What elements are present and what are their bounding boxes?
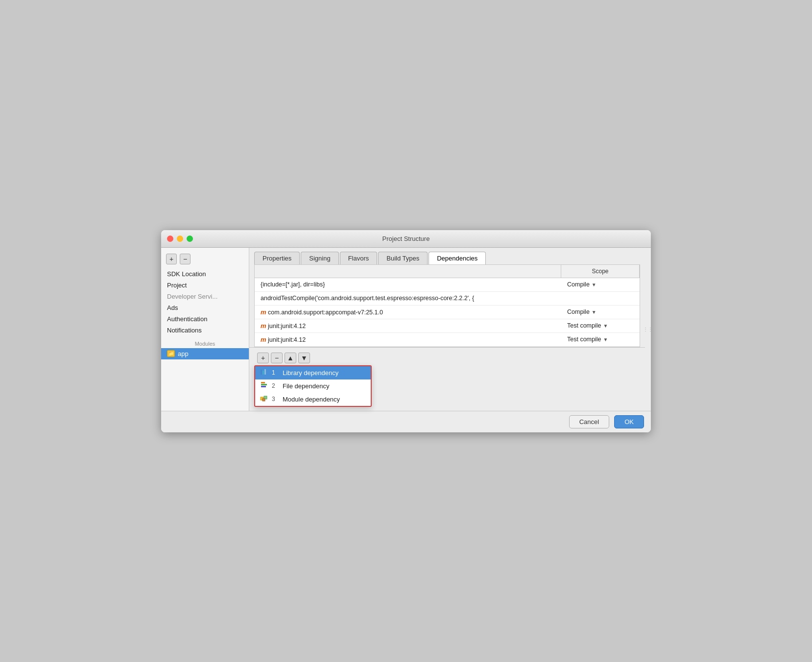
dep-name-5: m junit:junit:4.12 xyxy=(255,333,561,346)
m-icon: m xyxy=(261,336,266,343)
dep-name-4: m junit:junit:4.12 xyxy=(255,320,561,332)
sidebar-add-button[interactable]: + xyxy=(166,254,177,264)
content-area: + − SDK Location Project Developer Servi… xyxy=(161,248,651,411)
resize-handle: ⋮⋮ xyxy=(645,248,651,411)
scope-dropdown-3[interactable]: ▼ xyxy=(592,309,597,315)
sidebar-remove-button[interactable]: − xyxy=(180,254,191,264)
module-icon: 📁 xyxy=(167,350,175,357)
m-icon: m xyxy=(261,322,266,330)
dep-option-1-label: Library dependency xyxy=(283,369,338,377)
sidebar: + − SDK Location Project Developer Servi… xyxy=(161,248,249,411)
title-bar: Project Structure xyxy=(161,230,651,248)
tabs-bar: Properties Signing Flavors Build Types D… xyxy=(249,248,645,264)
bottom-area: + − ▲ ▼ xyxy=(249,347,645,411)
dependencies-table: Scope {include=[*.jar], dir=libs} Compil… xyxy=(254,264,640,347)
sidebar-item-app[interactable]: 📁 app xyxy=(161,348,249,359)
tab-build-types[interactable]: Build Types xyxy=(378,252,428,264)
svg-rect-0 xyxy=(261,370,262,375)
svg-rect-5 xyxy=(261,386,266,387)
window-title: Project Structure xyxy=(382,235,430,242)
table-row[interactable]: m junit:junit:4.12 Test compile ▼ xyxy=(255,333,640,347)
main-panel: Properties Signing Flavors Build Types D… xyxy=(249,248,645,411)
scope-dropdown-4[interactable]: ▼ xyxy=(603,323,608,329)
svg-rect-3 xyxy=(261,382,265,383)
sidebar-item-sdk-location[interactable]: SDK Location xyxy=(161,268,249,280)
dep-scope-3: Compile ▼ xyxy=(561,306,640,318)
svg-rect-1 xyxy=(263,371,264,375)
close-button[interactable] xyxy=(167,236,173,242)
tab-flavors[interactable]: Flavors xyxy=(340,252,378,264)
dep-scope-5: Test compile ▼ xyxy=(561,333,640,345)
table-row[interactable]: androidTestCompile('com.android.support.… xyxy=(255,292,640,306)
scope-dropdown-5[interactable]: ▼ xyxy=(603,337,608,342)
dep-type-icon-file xyxy=(260,382,268,390)
ok-button[interactable]: OK xyxy=(614,415,644,428)
dep-option-1-num: 1 xyxy=(272,369,279,376)
dep-add-button[interactable]: + xyxy=(257,353,269,363)
window-controls xyxy=(167,236,193,242)
minimize-button[interactable] xyxy=(177,236,183,242)
dep-option-3-label: Module dependency xyxy=(283,396,340,403)
project-structure-window: Project Structure + − SDK Location Proje… xyxy=(161,230,651,432)
tab-signing[interactable]: Signing xyxy=(301,252,338,264)
sidebar-item-ads[interactable]: Ads xyxy=(161,302,249,313)
dep-move-up-button[interactable]: ▲ xyxy=(285,353,296,363)
table-row[interactable]: {include=[*.jar], dir=libs} Compile ▼ xyxy=(255,278,640,292)
dep-option-2-num: 2 xyxy=(272,382,279,389)
footer: Cancel OK xyxy=(161,411,651,432)
dep-option-library[interactable]: 1 Library dependency xyxy=(255,366,371,379)
svg-rect-8 xyxy=(263,399,265,401)
dep-scope-1: Compile ▼ xyxy=(561,279,640,290)
dep-move-down-button[interactable]: ▼ xyxy=(298,353,310,363)
dep-scope-2 xyxy=(561,296,640,301)
dep-option-2-label: File dependency xyxy=(283,382,329,390)
dep-type-dropdown: 1 Library dependency xyxy=(254,365,372,407)
dep-remove-button[interactable]: − xyxy=(271,353,283,363)
header-scope: Scope xyxy=(561,265,640,278)
table-row[interactable]: m com.android.support:appcompat-v7:25.1.… xyxy=(255,306,640,319)
dep-option-3-num: 3 xyxy=(272,396,279,402)
dep-scope-4: Test compile ▼ xyxy=(561,320,640,331)
sidebar-item-developer-services[interactable]: Developer Servi... xyxy=(161,291,249,302)
svg-rect-4 xyxy=(261,384,267,385)
header-dependency xyxy=(255,265,561,278)
dep-option-file[interactable]: 2 File dependency xyxy=(255,379,371,393)
m-icon: m xyxy=(261,308,266,316)
modules-section-label: Modules xyxy=(161,336,249,348)
dep-type-icon-library xyxy=(260,369,268,377)
dep-name-2: androidTestCompile('com.android.support.… xyxy=(255,292,561,304)
sidebar-item-authentication[interactable]: Authentication xyxy=(161,313,249,325)
dep-name-3: m com.android.support:appcompat-v7:25.1.… xyxy=(255,306,561,318)
table-body: {include=[*.jar], dir=libs} Compile ▼ an… xyxy=(255,278,640,347)
dep-toolbar: + − ▲ ▼ xyxy=(254,351,313,365)
bottom-toolbar-wrapper: + − ▲ ▼ xyxy=(254,351,313,365)
dep-option-module[interactable]: 3 Module dependency xyxy=(255,393,371,406)
sidebar-item-notifications[interactable]: Notifications xyxy=(161,325,249,336)
scope-dropdown-1[interactable]: ▼ xyxy=(592,282,597,287)
table-row[interactable]: m junit:junit:4.12 Test compile ▼ xyxy=(255,319,640,333)
dep-type-icon-module xyxy=(260,395,268,403)
tab-properties[interactable]: Properties xyxy=(254,252,300,264)
sidebar-item-project[interactable]: Project xyxy=(161,280,249,291)
cancel-button[interactable]: Cancel xyxy=(569,415,609,428)
sidebar-toolbar: + − xyxy=(161,252,249,268)
maximize-button[interactable] xyxy=(187,236,193,242)
tab-dependencies[interactable]: Dependencies xyxy=(429,252,486,264)
svg-rect-2 xyxy=(264,369,266,375)
dep-name-1: {include=[*.jar], dir=libs} xyxy=(255,279,561,290)
table-header: Scope xyxy=(255,265,640,278)
